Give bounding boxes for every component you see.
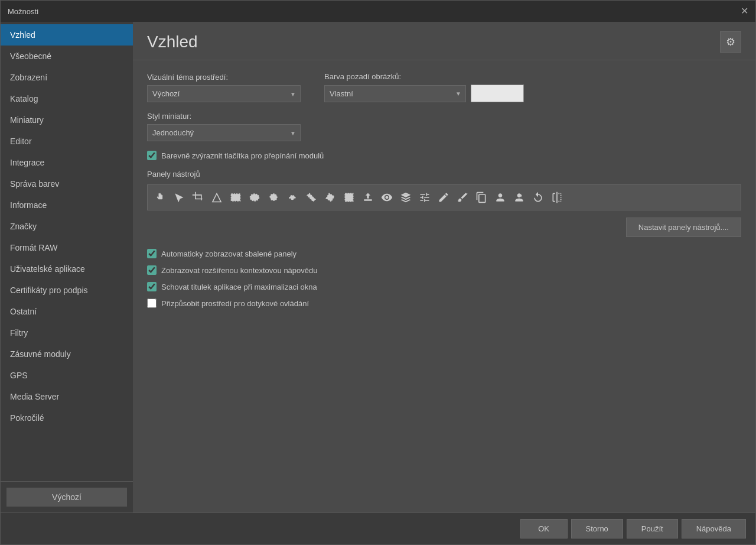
dialog-body: Vzhled Všeobecné Zobrazení Katalog Minia…: [1, 22, 755, 512]
bg-color-select[interactable]: Vlastní: [324, 85, 466, 102]
checkbox-hide-titlebar-label: Schovat titulek aplikace při maximalizac…: [161, 283, 317, 291]
smart-select-icon[interactable]: [302, 189, 320, 206]
bg-color-group: Barva pozadí obrázků: Vlastní: [324, 72, 524, 102]
bg-color-label: Barva pozadí obrázků:: [324, 72, 524, 81]
rotate-icon[interactable]: [529, 189, 547, 206]
dialog: Možnosti ✕ Vzhled Všeobecné Zobrazení Ka…: [0, 0, 756, 545]
person-icon[interactable]: [491, 189, 509, 206]
form-row-thumbnail: Styl miniatur: Jednoduchý: [147, 112, 741, 141]
sidebar-item-miniatury[interactable]: Miniatury: [1, 109, 133, 131]
checkbox-touch[interactable]: [147, 299, 157, 308]
visual-theme-group: Vizuální téma prostředí: Výchozí: [147, 73, 301, 102]
sidebar-item-zasuvne-moduly[interactable]: Zásuvné moduly: [1, 343, 133, 365]
checkbox-auto-panels[interactable]: [147, 249, 157, 258]
checkbox-row-1: Barevně zvýraznit tlačítka pro přepínání…: [147, 151, 741, 160]
color-swatch[interactable]: [471, 85, 524, 102]
sidebar-item-certifikaty[interactable]: Certifikáty pro podpis: [1, 280, 133, 301]
layer-icon[interactable]: [397, 189, 415, 206]
adjust-icon[interactable]: [416, 189, 434, 206]
cancel-button[interactable]: Storno: [571, 519, 623, 538]
dialog-title: Možnosti: [8, 7, 38, 16]
upload-icon[interactable]: [359, 189, 377, 206]
visual-theme-label: Vizuální téma prostředí:: [147, 73, 301, 82]
checkbox-hide-titlebar[interactable]: [147, 282, 157, 291]
checkbox-module-colors[interactable]: [147, 151, 157, 160]
sidebar-item-zobrazeni[interactable]: Zobrazení: [1, 67, 133, 88]
content-body: Vizuální téma prostředí: Výchozí Barva p…: [133, 60, 755, 512]
thumbnail-style-select-wrapper: Jednoduchý: [147, 124, 301, 141]
dialog-footer: OK Storno Použít Nápověda: [1, 512, 755, 544]
sidebar: Vzhled Všeobecné Zobrazení Katalog Minia…: [1, 22, 133, 512]
form-row-theme: Vizuální téma prostředí: Výchozí Barva p…: [147, 72, 741, 102]
select-icon[interactable]: [170, 189, 188, 206]
sidebar-item-editor[interactable]: Editor: [1, 131, 133, 152]
main-content: Vzhled ⚙ Vizuální téma prostředí: Výchoz…: [133, 22, 755, 512]
sidebar-item-katalog[interactable]: Katalog: [1, 88, 133, 109]
setup-toolbar-button[interactable]: Nastavit panely nástrojů....: [626, 218, 741, 237]
upload-person-icon[interactable]: [510, 189, 528, 206]
lasso-icon[interactable]: [265, 189, 282, 206]
straighten-icon[interactable]: [208, 189, 226, 206]
svg-rect-0: [232, 194, 240, 201]
checkbox-row-3: Zobrazovat rozšířenou kontextovou nápově…: [147, 265, 741, 275]
hand-icon[interactable]: [151, 189, 169, 206]
sidebar-item-pokrocile[interactable]: Pokročilé: [1, 407, 133, 429]
checkbox-context-help[interactable]: [147, 265, 157, 275]
sidebar-item-gps[interactable]: GPS: [1, 365, 133, 386]
visual-theme-select-wrapper: Výchozí: [147, 85, 301, 102]
thumbnail-style-select[interactable]: Jednoduchý: [147, 124, 301, 141]
sidebar-item-format-raw[interactable]: Formát RAW: [1, 237, 133, 258]
content-header: Vzhled ⚙: [133, 22, 755, 60]
checkbox-touch-label: Přizpůsobit prostředí pro dotykové ovlád…: [161, 299, 309, 308]
toolbar-icons-container: [147, 184, 741, 210]
flip-icon[interactable]: [548, 189, 566, 206]
sidebar-footer: Výchozí: [1, 481, 133, 512]
eraser-icon[interactable]: [321, 189, 339, 206]
svg-point-2: [291, 197, 293, 199]
toolbar-section-title: Panely nástrojů: [147, 170, 741, 179]
checkbox-row-2: Automaticky zobrazovat sbalené panely: [147, 249, 741, 258]
crop-icon[interactable]: [189, 189, 207, 206]
default-button[interactable]: Výchozí: [6, 488, 127, 507]
close-button[interactable]: ✕: [741, 7, 748, 16]
sidebar-item-integrace[interactable]: Integrace: [1, 152, 133, 173]
gear-button[interactable]: ⚙: [720, 31, 741, 53]
rect-select-icon[interactable]: [227, 189, 245, 206]
checkbox-context-help-label: Zobrazovat rozšířenou kontextovou nápově…: [161, 266, 318, 275]
magnetic-lasso-icon[interactable]: [284, 189, 301, 206]
checkbox-row-4: Schovat titulek aplikace při maximalizac…: [147, 282, 741, 291]
bg-color-select-wrapper: Vlastní: [324, 85, 466, 102]
help-button[interactable]: Nápověda: [682, 519, 746, 538]
thumbnail-style-group: Styl miniatur: Jednoduchý: [147, 112, 301, 141]
sidebar-item-informace[interactable]: Informace: [1, 194, 133, 216]
sidebar-item-filtry[interactable]: Filtry: [1, 322, 133, 343]
svg-marker-3: [326, 193, 334, 201]
ellipse-select-icon[interactable]: [246, 189, 263, 206]
sidebar-item-uzivatelske-aplikace[interactable]: Uživatelské aplikace: [1, 258, 133, 280]
sidebar-item-ostatni[interactable]: Ostatní: [1, 301, 133, 322]
svg-point-1: [250, 194, 259, 201]
visual-theme-select[interactable]: Výchozí: [147, 85, 301, 102]
checkbox-auto-panels-label: Automaticky zobrazovat sbalené panely: [161, 249, 296, 258]
sidebar-item-znacky[interactable]: Značky: [1, 216, 133, 237]
checkbox-module-colors-label: Barevně zvýraznit tlačítka pro přepínání…: [161, 151, 324, 160]
sidebar-item-sprava-barev[interactable]: Správa barev: [1, 173, 133, 194]
ok-button[interactable]: OK: [520, 519, 568, 538]
bg-color-row: Vlastní: [324, 85, 524, 102]
brush-icon[interactable]: [454, 189, 471, 206]
apply-button[interactable]: Použít: [627, 519, 678, 538]
pencil-icon[interactable]: [435, 189, 452, 206]
edit-selection-icon[interactable]: [340, 189, 358, 206]
thumbnail-style-label: Styl miniatur:: [147, 112, 301, 121]
clone-icon[interactable]: [472, 189, 490, 206]
sidebar-item-vzhled[interactable]: Vzhled: [1, 24, 133, 46]
eye-icon[interactable]: [378, 189, 396, 206]
sidebar-item-vseobecne[interactable]: Všeobecné: [1, 46, 133, 67]
sidebar-item-media-server[interactable]: Media Server: [1, 386, 133, 407]
checkbox-row-5: Přizpůsobit prostředí pro dotykové ovlád…: [147, 299, 741, 308]
page-title: Vzhled: [147, 33, 198, 51]
title-bar: Možnosti ✕: [1, 1, 755, 22]
